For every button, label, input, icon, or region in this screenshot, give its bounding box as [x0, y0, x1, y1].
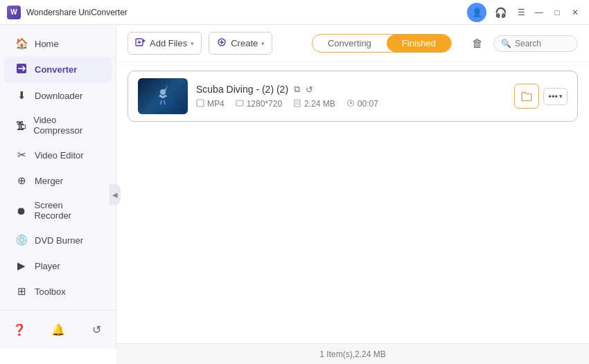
- tab-group: Converting Finished: [312, 34, 452, 53]
- sidebar-item-merger[interactable]: ⊕ Merger: [4, 168, 112, 193]
- svg-point-6: [166, 87, 168, 88]
- support-icon[interactable]: 🎧: [491, 3, 510, 22]
- search-input[interactable]: [515, 39, 570, 48]
- notifications-button[interactable]: 🔔: [39, 318, 78, 342]
- file-title-row: Scuba Diving - (2) (2) ⧉ ↺: [196, 84, 506, 95]
- size-icon: [293, 99, 301, 109]
- player-icon: ▶: [15, 260, 28, 272]
- sidebar-item-converter[interactable]: Converter: [4, 57, 112, 82]
- create-button[interactable]: Create ▾: [209, 32, 272, 55]
- sidebar-label-home: Home: [35, 39, 59, 49]
- trash-button[interactable]: 🗑: [467, 33, 488, 54]
- sidebar-wrapper: 🏠 Home Converter ⬇ Download: [0, 25, 116, 364]
- file-size: 2.24 MB: [304, 99, 335, 109]
- refresh-file-icon[interactable]: ↺: [306, 84, 313, 95]
- screen-recorder-icon: ⏺: [15, 205, 27, 217]
- statusbar: 1 Item(s),2.24 MB: [116, 343, 589, 364]
- resolution-icon: [236, 99, 244, 109]
- tab-finished[interactable]: Finished: [387, 35, 451, 52]
- sidebar-item-toolbox[interactable]: ⊞ Toolbox: [4, 279, 112, 304]
- duration-icon: [346, 99, 355, 109]
- toolbar: Add Files ▾ Create ▾ Converting Finished: [116, 25, 589, 62]
- open-folder-button[interactable]: [514, 84, 539, 109]
- file-duration: 00:07: [358, 99, 378, 109]
- sidebar-item-video-compressor[interactable]: 🗜 Video Compressor: [4, 109, 112, 142]
- close-button[interactable]: ✕: [568, 6, 582, 19]
- more-dots-icon: •••: [548, 91, 558, 102]
- menu-icon[interactable]: ☰: [514, 6, 528, 19]
- create-label: Create: [231, 38, 258, 48]
- minimize-button[interactable]: —: [532, 6, 546, 19]
- sidebar-label-toolbox: Toolbox: [35, 286, 66, 297]
- home-icon: 🏠: [15, 37, 28, 50]
- status-text: 1 Item(s),2.24 MB: [319, 349, 385, 359]
- meta-duration: 00:07: [346, 99, 378, 109]
- sidebar-item-player[interactable]: ▶ Player: [4, 253, 112, 278]
- file-meta: MP4 1280*720 2.24 MB: [196, 99, 506, 109]
- meta-resolution: 1280*720: [236, 99, 282, 109]
- file-name: Scuba Diving - (2) (2): [196, 84, 288, 95]
- sidebar-item-downloader[interactable]: ⬇ Downloader: [4, 83, 112, 108]
- titlebar-controls: 👤 🎧 ☰ — □ ✕: [467, 3, 582, 22]
- svg-rect-8: [197, 100, 204, 107]
- sidebar-label-player: Player: [35, 261, 60, 271]
- sidebar-footer: ❓ 🔔 ↺: [0, 310, 116, 349]
- video-compressor-icon: 🗜: [15, 120, 26, 131]
- thumbnail-image: [138, 78, 188, 114]
- sidebar-label-video-compressor: Video Compressor: [33, 115, 100, 136]
- toolbox-icon: ⊞: [15, 285, 28, 298]
- merger-icon: ⊕: [15, 174, 28, 187]
- sidebar-label-downloader: Downloader: [35, 91, 82, 101]
- sidebar-item-dvd-burner[interactable]: 💿 DVD Burner: [4, 228, 112, 253]
- svg-rect-9: [236, 100, 243, 106]
- sidebar-label-video-editor: Video Editor: [35, 150, 84, 161]
- app-logo: W: [7, 6, 21, 19]
- more-dropdown-icon: ▾: [559, 93, 563, 100]
- create-dropdown-icon: ▾: [261, 40, 265, 47]
- search-box: 🔍: [493, 35, 578, 52]
- main-layout: 🏠 Home Converter ⬇ Download: [0, 25, 589, 364]
- titlebar: W Wondershare UniConverter 👤 🎧 ☰ — □ ✕: [0, 0, 589, 25]
- format-icon: [196, 99, 204, 109]
- file-resolution: 1280*720: [247, 99, 282, 109]
- meta-format: MP4: [196, 99, 225, 109]
- content-area: Add Files ▾ Create ▾ Converting Finished: [116, 25, 589, 364]
- help-button[interactable]: ❓: [0, 318, 39, 342]
- add-files-dropdown-icon: ▾: [191, 40, 194, 47]
- meta-size: 2.24 MB: [293, 99, 335, 109]
- converter-icon: [15, 63, 28, 76]
- toolbar-right: 🗑 🔍: [467, 33, 578, 54]
- open-file-icon[interactable]: ⧉: [294, 84, 300, 95]
- add-files-button[interactable]: Add Files ▾: [128, 32, 202, 55]
- file-info: Scuba Diving - (2) (2) ⧉ ↺ MP4: [196, 84, 506, 109]
- sidebar-item-screen-recorder[interactable]: ⏺ Screen Recorder: [4, 194, 112, 227]
- sidebar-label-screen-recorder: Screen Recorder: [34, 200, 100, 221]
- table-row: Scuba Diving - (2) (2) ⧉ ↺ MP4: [128, 71, 578, 122]
- maximize-button[interactable]: □: [550, 6, 564, 19]
- sidebar-collapse-button[interactable]: ◀: [109, 184, 121, 205]
- sidebar-label-merger: Merger: [35, 176, 63, 186]
- search-icon: 🔍: [501, 39, 511, 48]
- video-editor-icon: ✂: [15, 149, 28, 161]
- add-files-label: Add Files: [150, 38, 187, 48]
- app-title: Wondershare UniConverter: [26, 8, 467, 17]
- more-options-button[interactable]: ••• ▾: [543, 88, 568, 105]
- svg-rect-10: [294, 100, 300, 107]
- sidebar-label-converter: Converter: [35, 64, 77, 75]
- svg-point-5: [165, 89, 167, 91]
- svg-point-4: [160, 89, 166, 95]
- create-icon: [216, 37, 227, 50]
- add-files-icon: [135, 37, 146, 50]
- tab-converting[interactable]: Converting: [313, 35, 387, 52]
- downloader-icon: ⬇: [15, 89, 28, 102]
- file-actions: ••• ▾: [514, 84, 568, 109]
- feedback-button[interactable]: ↺: [77, 318, 116, 342]
- file-format: MP4: [207, 99, 225, 109]
- sidebar-nav: 🏠 Home Converter ⬇ Download: [0, 25, 116, 310]
- dvd-burner-icon: 💿: [15, 234, 28, 246]
- user-avatar-icon[interactable]: 👤: [467, 3, 486, 22]
- file-thumbnail: [138, 78, 188, 114]
- file-list: Scuba Diving - (2) (2) ⧉ ↺ MP4: [116, 62, 589, 343]
- sidebar-item-home[interactable]: 🏠 Home: [4, 31, 112, 56]
- sidebar-item-video-editor[interactable]: ✂ Video Editor: [4, 143, 112, 167]
